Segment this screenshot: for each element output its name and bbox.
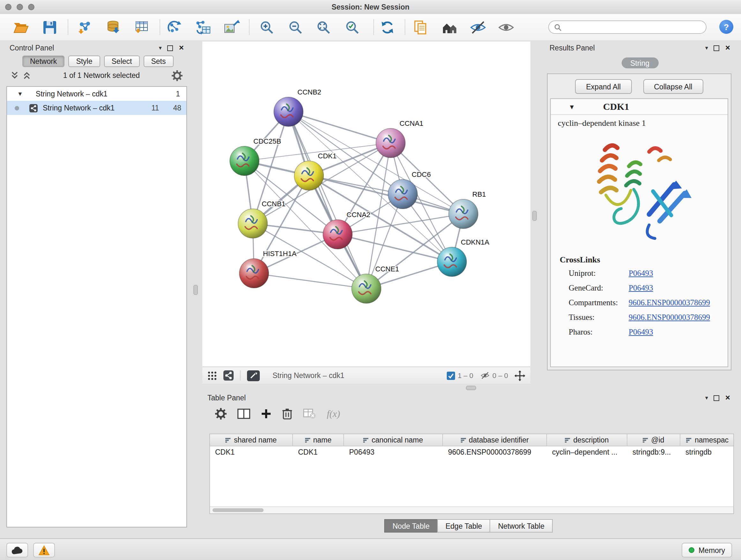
hide-unselected-eye-icon[interactable] [470,20,486,34]
control-panel-close-icon[interactable]: × [179,45,184,51]
help-button[interactable]: ? [719,20,733,34]
crosslink-link[interactable]: P06493 [629,266,653,281]
tab-style[interactable]: Style [68,56,100,67]
annotation-copy-icon[interactable] [413,19,428,35]
string-results-tab[interactable]: String [621,57,658,68]
scrollbar-thumb[interactable] [212,508,264,512]
node-label: RB1 [472,190,486,198]
export-image-icon[interactable] [223,19,240,35]
import-network-file-icon[interactable] [77,19,92,35]
control-panel-maximize-icon[interactable] [167,45,173,51]
network-collection-row[interactable]: ▼ String Network – cdk1 1 [7,87,186,101]
network-node-CCNB1[interactable]: CCNB1 [238,200,286,238]
results-panel-close-icon[interactable]: × [725,45,730,51]
table-horizontal-scrollbar[interactable] [210,506,733,513]
expand-all-icon[interactable] [23,71,31,80]
import-network-database-icon[interactable] [106,19,121,35]
network-node-RB1[interactable]: RB1 [449,190,486,229]
cloud-button[interactable] [6,543,28,557]
node-label: CCNA2 [347,211,370,219]
network-node-CCNB2[interactable]: CCNB2 [274,88,321,126]
open-session-icon[interactable] [13,20,29,34]
table-panel-maximize-icon[interactable] [714,395,720,401]
column-header-6[interactable]: namespac [680,434,734,446]
table-cell[interactable]: 9606.ENSP00000378699 [443,446,547,458]
network-node-CDK1[interactable]: CDK1 [294,152,337,190]
tab-sets[interactable]: Sets [143,56,173,67]
crosslink-link[interactable]: 9606.ENSP00000378699 [629,310,710,325]
pan-crosshair-icon[interactable] [515,370,525,381]
table-row[interactable]: CDK1CDK1P064939606.ENSP00000378699cyclin… [210,446,733,458]
table-cell[interactable]: stringdb:9... [627,446,680,458]
collapse-all-icon[interactable] [11,71,19,80]
results-panel-maximize-icon[interactable] [714,45,720,51]
tab-node-table[interactable]: Node Table [384,519,438,533]
collection-expand-icon[interactable]: ▼ [17,91,23,97]
tab-network[interactable]: Network [22,56,64,67]
collapse-all-button[interactable]: Collapse All [643,79,703,94]
network-node-CDC6[interactable]: CDC6 [388,171,431,209]
delete-table-icon[interactable] [303,409,316,419]
table-cell[interactable]: P06493 [344,446,443,458]
genemania-houses-icon[interactable] [442,20,460,34]
add-column-icon[interactable] [261,409,271,419]
network-node-CDC25B[interactable]: CDC25B [230,137,281,176]
table-panel-close-icon[interactable]: × [725,395,730,401]
gene-collapse-icon[interactable]: ▼ [569,103,575,110]
crosslink-label: Tissues: [569,310,629,325]
zoom-out-icon[interactable] [288,19,303,35]
expand-all-button[interactable]: Expand All [576,79,632,94]
network-canvas[interactable]: CCNB2CCNA1CDC25BCDK1CDC6RB1CCNB1CCNA2CDK… [202,42,530,367]
tab-select[interactable]: Select [104,56,140,67]
table-cell[interactable]: CDK1 [210,446,293,458]
table-cell[interactable]: stringdb [680,446,734,458]
table-gear-icon[interactable] [215,408,226,420]
toolbar-search[interactable] [548,20,706,34]
column-header-3[interactable]: database identifier [443,434,547,446]
table-cell[interactable]: cyclin–dependent ... [547,446,627,458]
network-node-CDKN1A[interactable]: CDKN1A [437,238,489,276]
export-view-icon[interactable] [247,370,260,381]
memory-button[interactable]: Memory [682,543,732,557]
protein-structure-image [577,131,702,250]
warnings-button[interactable] [33,543,55,557]
refresh-icon[interactable] [380,19,395,35]
column-header-2[interactable]: canonical name [344,434,443,446]
gear-icon[interactable] [172,70,183,81]
crosslink-link[interactable]: P06493 [629,281,653,296]
left-splitter-handle[interactable] [193,285,198,295]
results-panel-float-icon[interactable]: ▾ [705,45,708,51]
crosslink-link[interactable]: 9606.ENSP00000378699 [629,296,710,310]
right-splitter-handle[interactable] [532,211,537,221]
gene-symbol: CDK1 [603,101,629,112]
string-view-icon[interactable] [223,370,233,381]
import-table-icon[interactable] [134,19,149,35]
zoom-selected-icon[interactable] [345,19,360,35]
gene-section-header[interactable]: ▼ CDK1 [551,99,728,115]
column-header-5[interactable]: @id [627,434,680,446]
bottom-splitter-handle[interactable] [466,386,476,390]
table-cell[interactable]: CDK1 [293,446,344,458]
show-eye-icon[interactable] [498,20,515,34]
zoom-fit-icon[interactable] [316,19,331,35]
birdseye-grid-icon[interactable] [207,371,217,380]
tab-edge-table[interactable]: Edge Table [437,519,490,533]
zoom-in-icon[interactable] [259,19,274,35]
column-header-4[interactable]: description [547,434,627,446]
crosslink-link[interactable]: P06493 [629,325,653,340]
network-from-table-icon[interactable] [195,19,211,35]
table-panel-float-icon[interactable]: ▾ [705,395,708,401]
network-row[interactable]: String Network – cdk1 11 48 [7,101,186,115]
column-header-1[interactable]: name [293,434,344,446]
network-node-CCNA1[interactable]: CCNA1 [376,119,423,158]
search-input[interactable] [565,23,701,32]
function-builder-icon[interactable]: f(x) [327,408,340,419]
new-network-icon[interactable] [167,19,183,35]
tab-network-table[interactable]: Network Table [490,519,553,533]
save-session-icon[interactable] [43,20,57,34]
network-node-HIST1H1A[interactable]: HIST1H1A [239,250,296,288]
column-header-0[interactable]: shared name [210,434,293,446]
control-panel-float-icon[interactable]: ▾ [159,45,162,51]
show-columns-icon[interactable] [238,409,250,419]
delete-column-icon[interactable] [282,408,292,420]
